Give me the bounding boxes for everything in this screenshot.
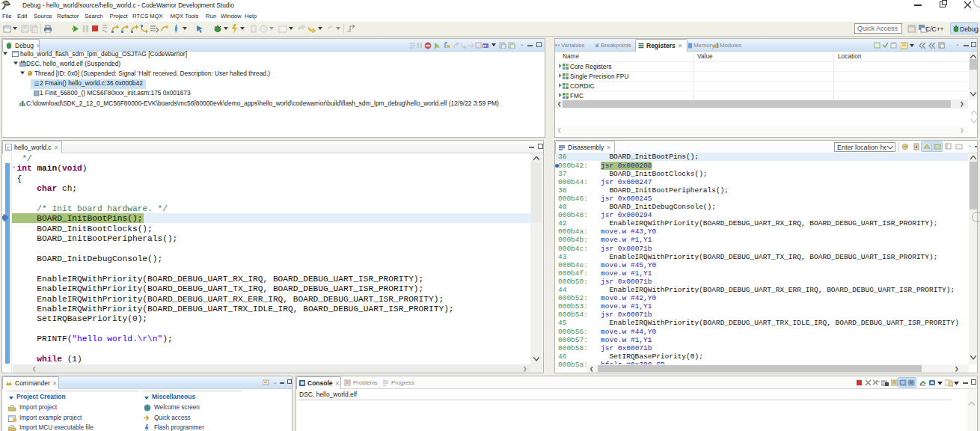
- svg-text:c: c: [7, 145, 10, 150]
